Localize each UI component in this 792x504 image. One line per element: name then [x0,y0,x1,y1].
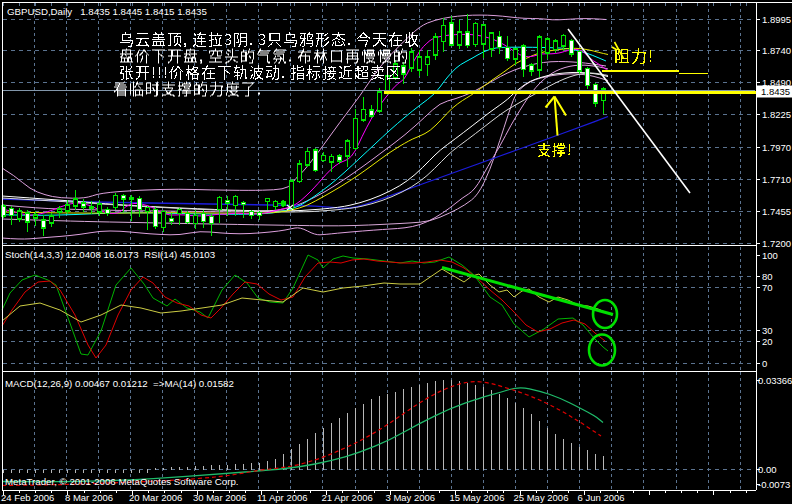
svg-text:6 Jun 2006: 6 Jun 2006 [578,492,625,503]
svg-text:0.00: 0.00 [758,464,777,475]
svg-text:1.7710: 1.7710 [762,174,791,185]
svg-text:3 May 2006: 3 May 2006 [386,492,436,503]
svg-text:30 Mar 2006: 30 Mar 2006 [193,492,246,503]
svg-text:1.8740: 1.8740 [762,45,791,56]
svg-text:25 May 2006: 25 May 2006 [514,492,569,503]
svg-text:MACD(12,26,9) 0.00467 0.01212: MACD(12,26,9) 0.00467 0.01212 =>MA(14) 0… [5,378,234,389]
svg-text:Stoch(14,3,3) 12.0408 16.0173: Stoch(14,3,3) 12.0408 16.0173 RSI(14) 45… [5,249,215,260]
svg-text:1.8435: 1.8435 [761,86,790,97]
svg-text:21 Apr 2006: 21 Apr 2006 [322,492,373,503]
svg-text:1.8995: 1.8995 [762,14,791,25]
svg-text:0: 0 [762,358,767,369]
svg-text:0.03366: 0.03366 [758,375,792,386]
svg-text:24 Feb 2006: 24 Feb 2006 [1,492,54,503]
svg-text:70: 70 [762,282,773,293]
svg-text:1.7200: 1.7200 [762,238,791,249]
svg-text:1.8225: 1.8225 [762,109,791,120]
svg-text:11 Apr 2006: 11 Apr 2006 [257,492,308,503]
svg-text:8 Mar 2006: 8 Mar 2006 [65,492,113,503]
svg-text:100: 100 [762,250,778,261]
svg-text:80: 80 [762,271,773,282]
svg-text:MetaTrader, © 2001-2006 MetaQu: MetaTrader, © 2001-2006 MetaQuotes Softw… [5,476,238,487]
svg-text:-0.0073: -0.0073 [758,479,790,490]
svg-text:15 May 2006: 15 May 2006 [450,492,505,503]
svg-text:20: 20 [762,336,773,347]
svg-text:30: 30 [762,325,773,336]
svg-text:20 Mar 2006: 20 Mar 2006 [129,492,182,503]
svg-text:1.7455: 1.7455 [762,206,791,217]
svg-text:1.7970: 1.7970 [762,142,791,153]
svg-text:GBPUSD,Daily 1.8435 1.8445 1: GBPUSD,Daily 1.8435 1.8445 1.8415 1.8435 [7,6,207,17]
